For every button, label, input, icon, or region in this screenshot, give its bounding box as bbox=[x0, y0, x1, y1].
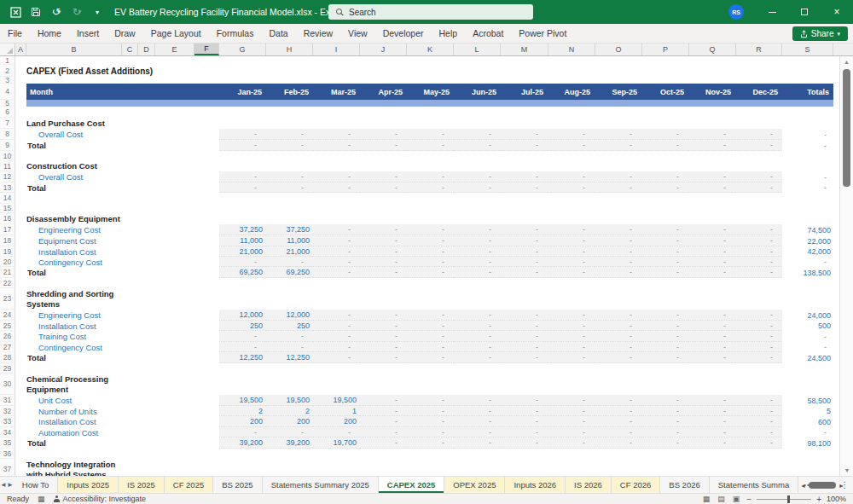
totals-cell-r28[interactable]: 24,500 bbox=[782, 352, 833, 363]
sheet-tab-opex-2025[interactable]: OPEX 2025 bbox=[444, 477, 505, 493]
item-label-cell[interactable]: Installation Cost bbox=[26, 416, 219, 427]
month-header-Mar-25[interactable]: Mar-25 bbox=[313, 84, 360, 100]
value-cell-r18-m5[interactable]: - bbox=[407, 235, 454, 246]
value-cell-r12-m7[interactable]: - bbox=[501, 171, 548, 182]
row-number-1[interactable]: 1 bbox=[0, 56, 15, 65]
value-cell-r28-m3[interactable]: - bbox=[313, 352, 360, 363]
item-label-cell[interactable]: Number of Units bbox=[26, 406, 219, 416]
value-cell-r27-m5[interactable]: - bbox=[407, 342, 454, 352]
column-header-E[interactable]: E bbox=[155, 43, 194, 55]
value-cell-r24-m5[interactable]: - bbox=[407, 310, 454, 321]
select-all-corner[interactable] bbox=[0, 43, 15, 55]
accessibility-status[interactable]: Accessibility: Investigate bbox=[63, 495, 147, 503]
value-cell-r13-m6[interactable]: - bbox=[454, 182, 501, 193]
page-break-view-icon[interactable]: ▣ bbox=[733, 495, 740, 503]
item-label-cell[interactable]: Installation Cost bbox=[26, 321, 219, 331]
value-cell-r13-m1[interactable]: - bbox=[219, 182, 266, 193]
value-cell-r35-m9[interactable]: - bbox=[595, 437, 641, 449]
row-number-12[interactable]: 12 bbox=[0, 171, 15, 182]
ribbon-tab-file[interactable]: File bbox=[0, 24, 30, 43]
sheet-tab-is-2026[interactable]: IS 2026 bbox=[566, 477, 612, 493]
value-cell-r24-m2[interactable]: 12,000 bbox=[266, 310, 313, 321]
value-cell-r19-m1[interactable]: 21,000 bbox=[219, 246, 266, 257]
row-number-18[interactable]: 18 bbox=[0, 235, 15, 246]
cell-A9[interactable] bbox=[15, 140, 26, 151]
value-cell-r21-m3[interactable]: - bbox=[313, 267, 360, 278]
value-cell-r9-m10[interactable]: - bbox=[641, 140, 688, 151]
value-cell-r25-m10[interactable]: - bbox=[641, 321, 688, 331]
section-header-cell[interactable]: Shredding and Sorting Systems bbox=[26, 288, 113, 310]
value-cell-r18-m6[interactable]: - bbox=[454, 235, 501, 246]
ribbon-tab-review[interactable]: Review bbox=[296, 24, 340, 43]
row-number-8[interactable]: 8 bbox=[0, 129, 15, 140]
value-cell-r24-m4[interactable]: - bbox=[360, 310, 407, 321]
value-cell-r31-m6[interactable]: - bbox=[454, 395, 501, 406]
column-header-G[interactable]: G bbox=[219, 43, 266, 55]
value-cell-r24-m8[interactable]: - bbox=[548, 310, 595, 321]
item-label-cell[interactable]: Installation Cost bbox=[26, 246, 219, 257]
column-header-K[interactable]: K bbox=[407, 43, 454, 55]
value-cell-r17-m1[interactable]: 37,250 bbox=[219, 224, 266, 235]
value-cell-r18-m9[interactable]: - bbox=[595, 235, 641, 246]
cell-A7[interactable] bbox=[15, 118, 26, 129]
value-cell-r19-m6[interactable]: - bbox=[454, 246, 501, 257]
value-cell-r32-m9[interactable]: - bbox=[595, 406, 641, 416]
value-cell-r8-m6[interactable]: - bbox=[454, 129, 501, 140]
cell-A5[interactable] bbox=[15, 100, 26, 107]
value-cell-r31-m10[interactable]: - bbox=[641, 395, 688, 406]
ribbon-tab-insert[interactable]: Insert bbox=[69, 24, 107, 43]
cell-A20[interactable] bbox=[15, 257, 26, 267]
value-cell-r32-m12[interactable]: - bbox=[735, 406, 782, 416]
sheet-tab-bs-2026[interactable]: BS 2026 bbox=[660, 477, 709, 493]
total-label-cell[interactable]: Total bbox=[26, 267, 219, 278]
totals-cell-r19[interactable]: 42,000 bbox=[782, 246, 833, 257]
value-cell-r35-m11[interactable]: - bbox=[688, 437, 735, 449]
zoom-out-icon[interactable]: − bbox=[746, 495, 751, 504]
value-cell-r8-m5[interactable]: - bbox=[407, 129, 454, 140]
totals-cell-r35[interactable]: 98,100 bbox=[782, 437, 833, 449]
value-cell-r35-m2[interactable]: 39,200 bbox=[266, 437, 313, 449]
value-cell-r34-m7[interactable]: - bbox=[501, 427, 548, 437]
value-cell-r33-m12[interactable]: - bbox=[735, 416, 782, 427]
row-number-9[interactable]: 9 bbox=[0, 140, 15, 151]
totals-cell-r27[interactable]: - bbox=[782, 342, 833, 352]
month-header-label[interactable]: Month bbox=[26, 84, 219, 100]
value-cell-r33-m10[interactable]: - bbox=[641, 416, 688, 427]
value-cell-r21-m8[interactable]: - bbox=[548, 267, 595, 278]
value-cell-r18-m2[interactable]: 11,000 bbox=[266, 235, 313, 246]
row-number-20[interactable]: 20 bbox=[0, 257, 15, 267]
item-label-cell[interactable]: Automation Cost bbox=[26, 427, 219, 437]
value-cell-r12-m10[interactable]: - bbox=[641, 171, 688, 182]
value-cell-r26-m10[interactable]: - bbox=[641, 331, 688, 342]
value-cell-r9-m5[interactable]: - bbox=[407, 140, 454, 151]
value-cell-r17-m7[interactable]: - bbox=[501, 224, 548, 235]
value-cell-r17-m8[interactable]: - bbox=[548, 224, 595, 235]
sheet-tab-inputs-2026[interactable]: Inputs 2026 bbox=[505, 477, 566, 493]
value-cell-r33-m11[interactable]: - bbox=[688, 416, 735, 427]
value-cell-r13-m11[interactable]: - bbox=[688, 182, 735, 193]
zoom-slider[interactable] bbox=[757, 499, 811, 500]
value-cell-r28-m7[interactable]: - bbox=[501, 352, 548, 363]
value-cell-r24-m7[interactable]: - bbox=[501, 310, 548, 321]
row-number-26[interactable]: 26 bbox=[0, 331, 15, 342]
item-label-cell[interactable]: Contingency Cost bbox=[26, 342, 219, 352]
value-cell-r9-m12[interactable]: - bbox=[735, 140, 782, 151]
cell-A4[interactable] bbox=[15, 84, 26, 100]
row-number-3[interactable]: 3 bbox=[0, 77, 15, 84]
value-cell-r33-m5[interactable]: - bbox=[407, 416, 454, 427]
value-cell-r24-m11[interactable]: - bbox=[688, 310, 735, 321]
row-number-15[interactable]: 15 bbox=[0, 204, 15, 213]
cell-A23[interactable] bbox=[15, 288, 26, 310]
item-label-cell[interactable]: Overall Cost bbox=[26, 171, 219, 182]
value-cell-r27-m1[interactable]: - bbox=[219, 342, 266, 352]
value-cell-r24-m6[interactable]: - bbox=[454, 310, 501, 321]
value-cell-r13-m8[interactable]: - bbox=[548, 182, 595, 193]
column-header-C[interactable]: C bbox=[122, 43, 138, 55]
value-cell-r19-m12[interactable]: - bbox=[735, 246, 782, 257]
scroll-down-icon[interactable]: ▼ bbox=[840, 465, 853, 476]
cell-A31[interactable] bbox=[15, 395, 26, 406]
value-cell-r9-m11[interactable]: - bbox=[688, 140, 735, 151]
value-cell-r32-m6[interactable]: - bbox=[454, 406, 501, 416]
value-cell-r21-m9[interactable]: - bbox=[595, 267, 641, 278]
value-cell-r18-m11[interactable]: - bbox=[688, 235, 735, 246]
